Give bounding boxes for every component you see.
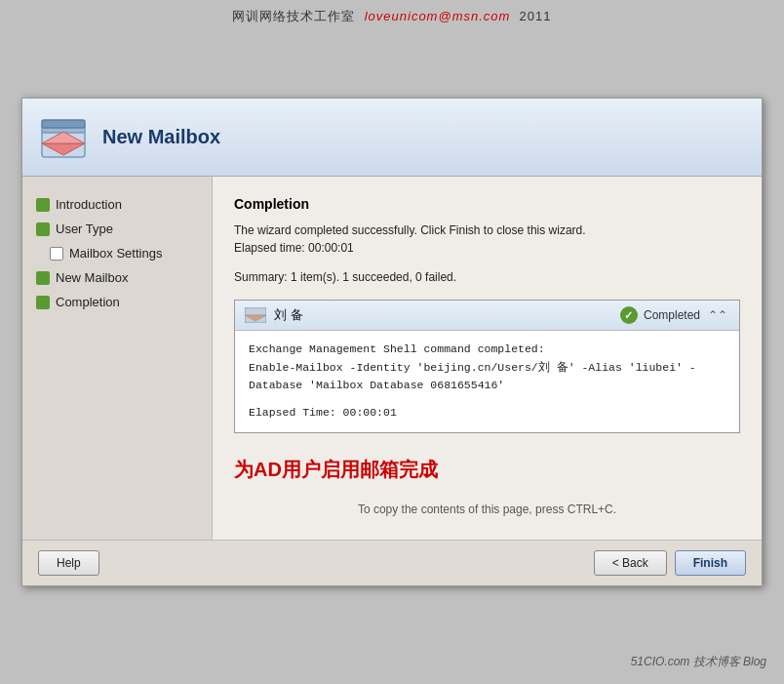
copy-hint: To copy the contents of this page, press…: [234, 493, 740, 520]
help-button[interactable]: Help: [38, 550, 99, 576]
sidebar-item-completion: Completion: [22, 290, 212, 314]
finish-button[interactable]: Finish: [675, 550, 746, 576]
result-header-left: 刘 备: [245, 306, 303, 324]
annotation-text: 为AD用户启用邮箱完成: [234, 457, 740, 483]
sidebar-item-newmailbox: New Mailbox: [22, 265, 212, 290]
summary-text: Summary: 1 item(s). 1 succeeded, 0 faile…: [234, 270, 740, 284]
result-body: Exchange Management Shell command comple…: [235, 331, 739, 432]
result-user-name: 刘 备: [274, 306, 303, 324]
dialog-body: Introduction User Type Mailbox Settings …: [22, 177, 762, 540]
svg-rect-2: [42, 120, 85, 128]
watermark-bottom: 51CIO.com 技术博客 Blog: [631, 654, 766, 670]
sidebar-item-mailboxsettings: Mailbox Settings: [22, 241, 212, 265]
sidebar-label-usertype: User Type: [56, 221, 113, 236]
completion-title: Completion: [234, 196, 740, 212]
main-content: Completion The wizard completed successf…: [213, 177, 762, 540]
step-icon-completion: [36, 296, 50, 309]
result-header: 刘 备 ✓ Completed ⌃⌃: [235, 301, 739, 331]
completion-desc: The wizard completed successfully. Click…: [234, 221, 740, 257]
collapse-button[interactable]: ⌃⌃: [706, 308, 729, 322]
sidebar: Introduction User Type Mailbox Settings …: [22, 177, 213, 540]
step-icon-mailboxsettings: [50, 247, 63, 261]
step-icon-newmailbox: [36, 271, 50, 285]
command-text: Exchange Management Shell command comple…: [249, 341, 725, 394]
sidebar-label-mailboxsettings: Mailbox Settings: [69, 246, 162, 261]
elapsed-time: Elapsed time: 00:00:01: [234, 241, 354, 255]
wizard-icon: [38, 112, 89, 163]
step-icon-introduction: [36, 198, 50, 212]
step-icon-usertype: [36, 222, 50, 236]
footer-right: < Back Finish: [594, 550, 746, 576]
result-elapsed: Elapsed Time: 00:00:01: [249, 404, 725, 422]
dialog-footer: Help < Back Finish: [22, 540, 762, 585]
result-status: Completed: [644, 308, 700, 322]
sidebar-label-newmailbox: New Mailbox: [56, 270, 128, 285]
watermark-top: 网训网络技术工作室 loveunicom@msn.com 2011: [0, 8, 784, 25]
dialog-window: New Mailbox Introduction User Type Mailb…: [21, 98, 763, 586]
result-mailbox-icon: [245, 307, 266, 323]
back-button[interactable]: < Back: [594, 550, 667, 576]
result-box: 刘 备 ✓ Completed ⌃⌃ Exchange Management S…: [234, 300, 740, 433]
sidebar-item-usertype: User Type: [22, 217, 212, 241]
completed-check-icon: ✓: [620, 306, 638, 324]
dialog-header: New Mailbox: [22, 99, 762, 177]
sidebar-label-introduction: Introduction: [56, 197, 122, 212]
result-header-right: ✓ Completed ⌃⌃: [620, 306, 729, 324]
sidebar-item-introduction: Introduction: [22, 192, 212, 217]
sidebar-label-completion: Completion: [56, 295, 120, 309]
dialog-title: New Mailbox: [102, 126, 220, 148]
